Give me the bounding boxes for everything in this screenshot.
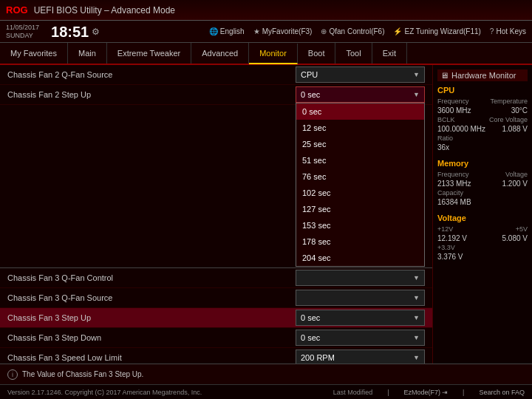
search-faq-label: Search on FAQ (479, 389, 525, 396)
dd-item-76sec[interactable]: 76 sec (296, 168, 424, 185)
info-icon: i (7, 369, 18, 380)
fan3-lowlimit-btn[interactable]: 200 RPM ▼ (296, 349, 425, 364)
search-faq-button[interactable]: Search on FAQ (479, 389, 525, 396)
date-display: 11/05/2017 (6, 24, 39, 32)
fan3-stepdown-btn[interactable]: 0 sec ▼ (296, 330, 425, 346)
nav-bar: My Favorites Main Extreme Tweaker Advanc… (0, 43, 532, 65)
dd-item-127sec[interactable]: 127 sec (296, 201, 424, 217)
fan2-source-btn[interactable]: CPU ▼ (296, 66, 425, 83)
hw-ratio-label: Ratio (437, 134, 453, 142)
hw-volt-12-row: +12V +5V (437, 225, 528, 233)
dd-item-12sec[interactable]: 12 sec (296, 120, 424, 136)
fan3-lowlimit-dropdown[interactable]: 200 RPM ▼ (296, 349, 425, 364)
hw-cpu-bclk-row: BCLK Core Voltage (437, 116, 528, 123)
nav-tool[interactable]: Tool (335, 43, 372, 64)
fan2-stepup-value: 0 sec (301, 90, 320, 99)
info-icons: 🌐 English ★ MyFavorite(F3) ⊕ Qfan Contro… (209, 27, 526, 35)
rog-logo: ROG (6, 4, 28, 16)
hw-mem-cap-value: 16384 MB (437, 198, 471, 206)
hw-cpu-freq-row: Frequency Temperature (437, 98, 528, 105)
nav-main[interactable]: Main (68, 43, 107, 64)
hw-volt-12-val-row: 12.192 V 5.080 V (437, 234, 528, 242)
fan3-stepup-dropdown[interactable]: 0 sec ▼ (296, 310, 425, 326)
lightning-icon: ⚡ (393, 27, 402, 35)
dd-item-0sec[interactable]: 0 sec (296, 103, 424, 120)
fan3-stepdown-dropdown[interactable]: 0 sec ▼ (296, 330, 425, 346)
setting-row-fan3-source: Chassis Fan 3 Q-Fan Source ▼ (0, 288, 432, 308)
nav-advanced[interactable]: Advanced (191, 43, 249, 64)
hw-mem-volt-value: 1.200 V (502, 180, 528, 188)
ez-mode-button[interactable]: EzMode(F7) ⇥ (404, 389, 449, 396)
fan3-source-dropdown[interactable]: ▼ (296, 290, 425, 306)
nav-exit[interactable]: Exit (372, 43, 407, 64)
dropdown-arrow5: ▼ (413, 314, 420, 321)
fan3-control-label: Chassis Fan 3 Q-Fan Control (7, 273, 296, 282)
myfavorites-item[interactable]: ★ MyFavorite(F3) (253, 27, 313, 35)
setting-row-fan3-stepdown: Chassis Fan 3 Step Down 0 sec ▼ (0, 328, 432, 348)
dropdown-arrow6: ▼ (413, 334, 420, 341)
hotkeys-item[interactable]: ? Hot Keys (490, 27, 526, 35)
dropdown-arrow2: ▼ (413, 91, 420, 98)
fan3-control-dropdown[interactable]: ▼ (296, 270, 425, 286)
hw-cpu-temp-value: 30°C (511, 106, 528, 115)
setting-row-fan2-source: Chassis Fan 2 Q-Fan Source CPU ▼ (0, 65, 432, 85)
hw-ratio-label-row: Ratio (437, 134, 528, 142)
dd-item-153sec[interactable]: 153 sec (296, 217, 424, 233)
fan3-source-label: Chassis Fan 3 Q-Fan Source (7, 293, 296, 302)
dd-item-204sec[interactable]: 204 sec (296, 250, 424, 266)
left-panel: Chassis Fan 2 Q-Fan Source CPU ▼ Chassis… (0, 65, 432, 364)
nav-monitor[interactable]: Monitor (249, 44, 298, 64)
globe-icon: 🌐 (209, 27, 218, 35)
fan3-control-btn[interactable]: ▼ (296, 270, 425, 286)
nav-boot[interactable]: Boot (298, 43, 336, 64)
hw-ratio-value: 36x (437, 143, 449, 151)
hw-memory-title: Memory (437, 159, 528, 168)
hw-mem-freq-value: 2133 MHz (437, 180, 471, 188)
dd-item-51sec[interactable]: 51 sec (296, 152, 424, 168)
info-bar: 11/05/2017 SUNDAY 18:51 ⚙ 🌐 English ★ My… (0, 21, 532, 43)
nav-extreme-tweaker[interactable]: Extreme Tweaker (107, 43, 191, 64)
dd-item-102sec[interactable]: 102 sec (296, 185, 424, 201)
hw-v5-label: +5V (516, 225, 528, 233)
fan2-source-dropdown[interactable]: CPU ▼ (296, 66, 425, 83)
fan3-lowlimit-label: Chassis Fan 3 Speed Low Limit (7, 353, 296, 362)
hw-mem-freq-val-row: 2133 MHz 1.200 V (437, 180, 528, 188)
last-modified-text: Last Modified (333, 389, 373, 396)
hotkeys-label: Hot Keys (496, 27, 526, 35)
hw-mem-freq-row: Frequency Voltage (437, 171, 528, 178)
qfan-label: Qfan Control(F6) (329, 27, 384, 35)
dropdown-arrow4: ▼ (413, 294, 420, 301)
hw-memory-section: Memory Frequency Voltage 2133 MHz 1.200 … (437, 159, 528, 206)
fan3-source-btn[interactable]: ▼ (296, 290, 425, 306)
title-bar: ROG UEFI BIOS Utility – Advanced Mode (0, 0, 532, 21)
fan2-stepup-dropdown-list: 0 sec 12 sec 25 sec 51 sec 76 sec 102 se… (296, 103, 425, 267)
fan3-lowlimit-value: 200 RPM (301, 353, 335, 362)
setting-row-fan3-lowlimit: Chassis Fan 3 Speed Low Limit 200 RPM ▼ (0, 348, 432, 364)
hw-cpu-bclk-val-row: 100.0000 MHz 1.088 V (437, 125, 528, 133)
hw-title: 🖥 Hardware Monitor (437, 69, 528, 81)
qfan-item[interactable]: ⊕ Qfan Control(F6) (321, 27, 384, 35)
dropdown-arrow7: ▼ (413, 354, 420, 361)
hw-cpu-freq-val-row: 3600 MHz 30°C (437, 106, 528, 115)
datetime: 11/05/2017 SUNDAY (6, 24, 39, 40)
hw-mem-freq-label: Frequency (437, 171, 469, 178)
language-item[interactable]: 🌐 English (209, 27, 245, 35)
hw-cpu-freq-value: 3600 MHz (437, 106, 471, 115)
hw-v12-label: +12V (437, 225, 453, 233)
hw-mem-cap-row: Capacity (437, 189, 528, 197)
fan3-stepup-btn[interactable]: 0 sec ▼ (296, 310, 425, 326)
ez-mode-label: EzMode(F7) (404, 389, 441, 396)
gear-icon[interactable]: ⚙ (92, 27, 100, 37)
hw-title-text: Hardware Monitor (451, 71, 516, 80)
eztuning-item[interactable]: ⚡ EZ Tuning Wizard(F11) (393, 27, 480, 35)
setting-row-fan2-stepup: Chassis Fan 2 Step Up 0 sec ▼ 0 sec 12 s… (0, 85, 432, 105)
monitor-icon: 🖥 (440, 71, 449, 80)
nav-my-favorites[interactable]: My Favorites (0, 43, 68, 64)
fan2-stepup-btn[interactable]: 0 sec ▼ (296, 86, 425, 103)
fan2-stepup-label: Chassis Fan 2 Step Up (7, 90, 296, 99)
dd-item-25sec[interactable]: 25 sec (296, 136, 424, 152)
fan2-stepup-dropdown[interactable]: 0 sec ▼ 0 sec 12 sec 25 sec 51 sec 76 se… (296, 86, 425, 103)
main-content: Chassis Fan 2 Q-Fan Source CPU ▼ Chassis… (0, 65, 532, 364)
dd-item-178sec[interactable]: 178 sec (296, 233, 424, 250)
hw-cpu-title: CPU (437, 86, 528, 95)
